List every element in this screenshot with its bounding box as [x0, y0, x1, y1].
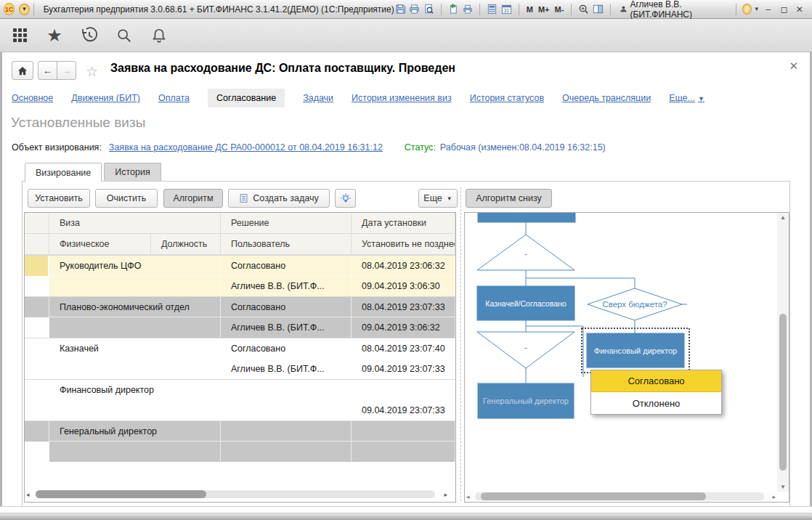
tab-history[interactable]: История: [104, 163, 161, 181]
header-deadline[interactable]: Установить не позднее: [352, 234, 455, 255]
minimize-button[interactable]: –: [762, 3, 775, 16]
cell-date[interactable]: 08.04.2019 23:07:40: [352, 338, 455, 359]
cell-user[interactable]: Агличев В.В. (БИТ.Ф...: [221, 317, 352, 338]
cell-visa[interactable]: Генеральный директор: [49, 421, 221, 442]
cell-deadline[interactable]: 09.04.2019 3:06:30: [352, 276, 455, 296]
nav-payment[interactable]: Оплата: [158, 93, 190, 103]
page-close-button[interactable]: ✕: [789, 60, 798, 73]
forward-button[interactable]: →: [57, 61, 76, 80]
save-icon[interactable]: [394, 3, 407, 16]
cell-decision[interactable]: Согласовано: [221, 297, 352, 317]
set-visa-button[interactable]: Установить: [28, 189, 90, 208]
nav-translation-queue[interactable]: Очередь трансляции: [562, 93, 651, 103]
table-row[interactable]: Казначей Согласовано 08.04.2019 23:07:40…: [25, 338, 455, 379]
cell-empty[interactable]: [49, 317, 221, 338]
table-row[interactable]: Руководитель ЦФО Согласовано 08.04.2019 …: [25, 255, 455, 296]
cell-empty[interactable]: [49, 359, 221, 379]
scroll-up-arrow-icon[interactable]: ▲: [780, 214, 786, 221]
search-icon[interactable]: [115, 26, 134, 45]
dropdown-caret-icon[interactable]: ▼: [754, 6, 760, 12]
hint-bulb-button[interactable]: [335, 189, 356, 208]
main-menu-dropdown-icon[interactable]: ▼: [19, 4, 29, 15]
algorithm-button[interactable]: Алгоритм: [163, 189, 223, 208]
tab-visas[interactable]: Визирование: [25, 163, 102, 182]
nav-more[interactable]: Еще...▼: [669, 93, 705, 103]
calendar-icon[interactable]: 31: [500, 3, 513, 16]
cell-date[interactable]: [352, 421, 455, 442]
maximize-button[interactable]: ◻: [777, 3, 790, 16]
nav-tasks[interactable]: Задачи: [303, 93, 333, 103]
header-date-set[interactable]: Дата установки: [352, 213, 455, 234]
header-person[interactable]: Физическое: [49, 234, 151, 255]
header-decision[interactable]: Решение: [221, 213, 352, 234]
scroll-right-arrow-icon[interactable]: ▸: [444, 491, 447, 498]
flow-treasurer-label[interactable]: Казначей/Согласовано: [485, 299, 566, 308]
cell-user[interactable]: [221, 400, 352, 421]
send-document-icon[interactable]: [447, 3, 460, 16]
cell-user[interactable]: Агличев В.В. (БИТ.Ф...: [221, 276, 352, 296]
split-view-icon[interactable]: [592, 3, 604, 16]
memory-store-button[interactable]: M: [525, 5, 535, 14]
nav-visa-history[interactable]: История изменения виз: [352, 93, 452, 103]
cell-decision[interactable]: Согласовано: [221, 338, 352, 359]
memory-subtract-button[interactable]: M-: [553, 5, 565, 14]
algorithm-bottom-button[interactable]: Алгоритм снизу: [466, 189, 552, 208]
menu-item-approved[interactable]: Согласовано: [591, 370, 721, 392]
flowchart-horizontal-scrollbar[interactable]: ◂ ▸: [465, 492, 777, 502]
history-icon[interactable]: [80, 26, 99, 45]
table-row[interactable]: Генеральный директор: [25, 421, 455, 462]
cell-date[interactable]: [352, 380, 455, 400]
window-close-button[interactable]: ✕: [793, 3, 806, 16]
cell-decision[interactable]: Согласовано: [221, 256, 352, 276]
scrollbar-thumb[interactable]: [481, 492, 706, 500]
cell-empty[interactable]: [49, 400, 221, 421]
header-user[interactable]: Пользователь: [221, 234, 352, 255]
table-row[interactable]: Финансовый директор 09.04.2019 23:07:33: [25, 379, 455, 421]
scroll-left-arrow-icon[interactable]: ◂: [466, 493, 470, 500]
memory-add-button[interactable]: M+: [537, 5, 551, 14]
cell-deadline[interactable]: 09.04.2019 23:07:33: [352, 400, 455, 421]
cell-deadline[interactable]: 09.04.2019 23:07:33: [352, 359, 455, 379]
cell-date[interactable]: 08.04.2019 23:07:33: [352, 297, 455, 317]
notifications-bell-icon[interactable]: [150, 26, 169, 45]
clear-visa-button[interactable]: Очистить: [95, 189, 158, 208]
scroll-down-arrow-icon[interactable]: ▼: [780, 484, 786, 490]
back-button[interactable]: ←: [38, 61, 57, 80]
create-task-button[interactable]: Создать задачу: [228, 189, 330, 208]
cell-deadline[interactable]: 09.04.2019 3:06:32: [352, 317, 455, 338]
calculator-icon[interactable]: [486, 3, 498, 16]
cell-deadline[interactable]: [352, 442, 455, 462]
cell-visa[interactable]: Руководитель ЦФО: [49, 256, 221, 276]
zoom-icon[interactable]: [577, 3, 590, 16]
header-position[interactable]: Должность: [151, 234, 221, 255]
table-row[interactable]: Планово-экономический отдел Согласовано …: [25, 296, 455, 338]
table-horizontal-scrollbar[interactable]: ◂ ▸: [26, 490, 451, 499]
info-icon[interactable]: i: [742, 4, 752, 15]
cell-visa[interactable]: Финансовый директор: [49, 380, 221, 400]
home-button[interactable]: [12, 61, 33, 80]
print-icon[interactable]: [409, 3, 421, 16]
flow-gen-director-label[interactable]: Генеральный директор: [483, 397, 569, 405]
scroll-right-arrow-icon[interactable]: ▸: [772, 493, 776, 500]
panel-splitter[interactable]: [460, 187, 461, 501]
cell-date[interactable]: 08.04.2019 23:06:32: [352, 256, 455, 276]
print-document-icon[interactable]: [462, 3, 474, 16]
more-button[interactable]: Еще▼: [418, 189, 458, 208]
cell-empty[interactable]: [49, 276, 221, 296]
nav-main[interactable]: Основное: [12, 93, 53, 103]
menu-item-declined[interactable]: Отклонено: [591, 392, 721, 414]
nav-status-history[interactable]: История статусов: [470, 93, 544, 103]
cell-decision[interactable]: [221, 380, 352, 400]
print-preview-icon[interactable]: [423, 3, 435, 16]
current-user[interactable]: Агличев В.В. (БИТ.ФИНАНС): [617, 0, 731, 20]
scrollbar-thumb[interactable]: [36, 490, 206, 498]
cell-user[interactable]: [221, 442, 352, 462]
scrollbar-thumb[interactable]: [779, 314, 787, 471]
favorite-star-icon[interactable]: ☆: [86, 63, 98, 80]
apps-menu-icon[interactable]: [10, 26, 29, 45]
cell-user[interactable]: Агличев В.В. (БИТ.Ф...: [221, 359, 352, 379]
flow-fin-director-label[interactable]: Финансовый директор: [594, 346, 677, 355]
nav-approval[interactable]: Согласование: [208, 89, 285, 107]
scroll-left-arrow-icon[interactable]: ◂: [26, 491, 30, 498]
cell-empty[interactable]: [49, 442, 221, 462]
